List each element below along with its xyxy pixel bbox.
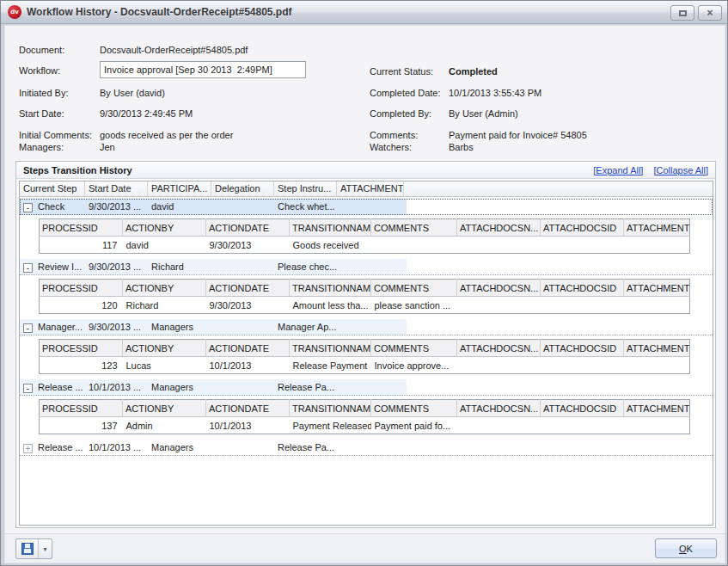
inner-column-header[interactable]: TRANSITIONNAME <box>290 340 371 357</box>
inner-column-header[interactable]: ACTIONBY <box>123 280 206 297</box>
workflow-input[interactable] <box>100 61 306 78</box>
group-cell <box>337 325 404 329</box>
inner-column-header[interactable]: TRANSITIONNAME <box>290 400 371 417</box>
action-row[interactable]: 137Admin10/1/2013Payment ReleasedPayment… <box>40 417 690 434</box>
save-button[interactable] <box>16 539 39 558</box>
start-date-value: 9/30/2013 2:49:45 PM <box>100 108 193 119</box>
inner-column-header[interactable]: ACTIONDATE <box>206 340 290 357</box>
group-cell: Richard <box>148 260 211 274</box>
outer-column-header[interactable]: Delegation <box>211 181 274 196</box>
inner-column-header[interactable]: TRANSITIONNAME <box>290 280 371 297</box>
inner-column-header[interactable]: ATTACHMENT <box>624 400 690 417</box>
action-row[interactable]: 120Richard9/30/2013Amount less tha...ple… <box>40 297 690 314</box>
save-dropdown-button[interactable]: ▼ <box>39 539 52 558</box>
inner-column-header[interactable]: ACTIONBY <box>123 219 206 237</box>
step-group-row[interactable]: -Manager...9/30/2013 ...ManagersManager … <box>20 319 713 335</box>
inner-column-header[interactable]: PROCESSID <box>40 340 123 357</box>
action-cell: 10/1/2013 <box>206 357 290 374</box>
outer-column-header[interactable]: ATTACHMENT <box>337 181 404 196</box>
expand-all-link[interactable]: [Expand All] <box>593 165 643 175</box>
group-cell: Manager Ap... <box>274 320 337 334</box>
action-cell <box>624 297 690 314</box>
inner-column-header[interactable]: ATTACHMENT <box>624 219 690 237</box>
inner-column-header[interactable]: ATTACHDOCSID <box>541 340 624 357</box>
step-group-row[interactable]: -Release ...10/1/2013 ...ManagersRelease… <box>20 379 713 396</box>
inner-column-header[interactable]: ACTIONDATE <box>206 280 290 297</box>
group-step-name: Release ... <box>38 382 83 392</box>
collapse-all-link[interactable]: [Collapse All] <box>653 165 708 175</box>
group-cell: Managers <box>148 380 211 394</box>
collapse-group-icon[interactable]: - <box>23 263 33 273</box>
action-cell: 117 <box>40 237 123 254</box>
close-button[interactable]: × <box>698 5 722 21</box>
inner-column-header[interactable]: PROCESSID <box>40 280 123 297</box>
initiated-by-value: By User (david) <box>100 88 165 98</box>
step-group-row[interactable]: -Review I...9/30/2013 ...RichardPlease c… <box>20 259 713 275</box>
maximize-icon <box>679 10 687 16</box>
inner-column-header[interactable]: PROCESSID <box>40 400 123 417</box>
inner-column-header[interactable]: ACTIONBY <box>123 340 206 357</box>
action-cell: Lucas <box>123 357 206 374</box>
completed-by-value: By User (Admin) <box>449 108 518 119</box>
action-cell: Goods received <box>290 237 371 254</box>
inner-column-header[interactable]: COMMENTS <box>371 219 457 237</box>
inner-column-header[interactable]: ATTACHMENT <box>624 280 690 297</box>
inner-column-header[interactable]: COMMENTS <box>371 340 457 357</box>
group-cell: Check whet... <box>274 200 337 213</box>
docsvault-logo-icon: dv <box>8 5 21 19</box>
current-status-value: Completed <box>449 66 498 77</box>
group-cell: Managers <box>148 320 211 334</box>
inner-column-header[interactable]: ATTACHDOCSID <box>541 280 624 297</box>
action-cell: Release Payment <box>290 357 371 374</box>
inner-column-header[interactable]: ACTIONDATE <box>206 400 290 417</box>
outer-header-filler <box>404 181 713 196</box>
current-status-label: Current Status: <box>370 66 433 77</box>
inner-column-header[interactable]: COMMENTS <box>371 400 457 417</box>
completed-date-value: 10/1/2013 3:55:43 PM <box>449 88 541 98</box>
action-row[interactable]: 123Lucas10/1/2013Release PaymentInvoice … <box>40 357 690 374</box>
collapse-group-icon[interactable]: - <box>23 384 33 393</box>
group-step-name: Review I... <box>38 261 82 272</box>
maximize-button[interactable] <box>670 5 694 21</box>
action-cell <box>624 357 690 374</box>
group-cell <box>211 265 274 268</box>
outer-column-header[interactable]: PARTICIPA... <box>148 181 211 196</box>
inner-column-header[interactable]: COMMENTS <box>371 280 457 297</box>
action-cell <box>457 357 541 374</box>
steps-section-title: Steps Transition History <box>23 165 132 175</box>
group-cell <box>211 325 274 329</box>
inner-column-header[interactable]: ACTIONBY <box>123 400 206 417</box>
step-group-row[interactable]: +Release ...10/1/2013 ...ManagersRelease… <box>20 440 713 456</box>
step-group-row[interactable]: -Check9/30/2013 ...davidCheck whet... <box>20 199 713 215</box>
ok-button[interactable]: OK <box>655 538 717 558</box>
close-icon: × <box>707 8 713 18</box>
inner-column-header[interactable]: ATTACHDOCSN... <box>457 340 541 357</box>
inner-column-header[interactable]: ACTIONDATE <box>206 219 290 237</box>
inner-column-header[interactable]: PROCESSID <box>40 219 123 237</box>
initial-comments-value: goods received as per the order <box>100 130 233 140</box>
action-cell <box>541 417 624 434</box>
action-cell: Richard <box>123 297 206 314</box>
inner-column-header[interactable]: ATTACHDOCSN... <box>457 400 541 417</box>
inner-column-header[interactable]: ATTACHDOCSN... <box>457 280 541 297</box>
outer-column-header[interactable]: Step Instru... <box>274 181 337 196</box>
collapse-group-icon[interactable]: - <box>23 203 33 212</box>
outer-column-header[interactable]: Start Date <box>85 181 148 196</box>
outer-column-header[interactable]: Current Step <box>20 181 85 196</box>
expand-group-icon[interactable]: + <box>23 444 33 453</box>
collapse-group-icon[interactable]: - <box>23 323 33 333</box>
inner-column-header[interactable]: ATTACHDOCSN... <box>457 219 541 237</box>
group-cell: 9/30/2013 ... <box>85 200 148 213</box>
action-cell <box>457 237 541 254</box>
inner-column-header[interactable]: ATTACHDOCSID <box>541 400 624 417</box>
group-cell: 10/1/2013 ... <box>85 380 148 394</box>
step-actions-table: PROCESSIDACTIONBYACTIONDATETRANSITIONNAM… <box>39 218 690 254</box>
dialog-body: Document: Docsvault-OrderReceipt#54805.p… <box>4 25 725 563</box>
inner-column-header[interactable]: ATTACHDOCSID <box>541 219 624 237</box>
action-cell <box>624 417 690 434</box>
inner-column-header[interactable]: ATTACHMENT <box>624 340 690 357</box>
action-row[interactable]: 117david9/30/2013Goods received <box>40 237 690 254</box>
steps-grid-body: -Check9/30/2013 ...davidCheck whet...PRO… <box>20 199 713 456</box>
inner-column-header[interactable]: TRANSITIONNAME <box>290 219 371 237</box>
step-actions-table: PROCESSIDACTIONBYACTIONDATETRANSITIONNAM… <box>39 399 690 434</box>
